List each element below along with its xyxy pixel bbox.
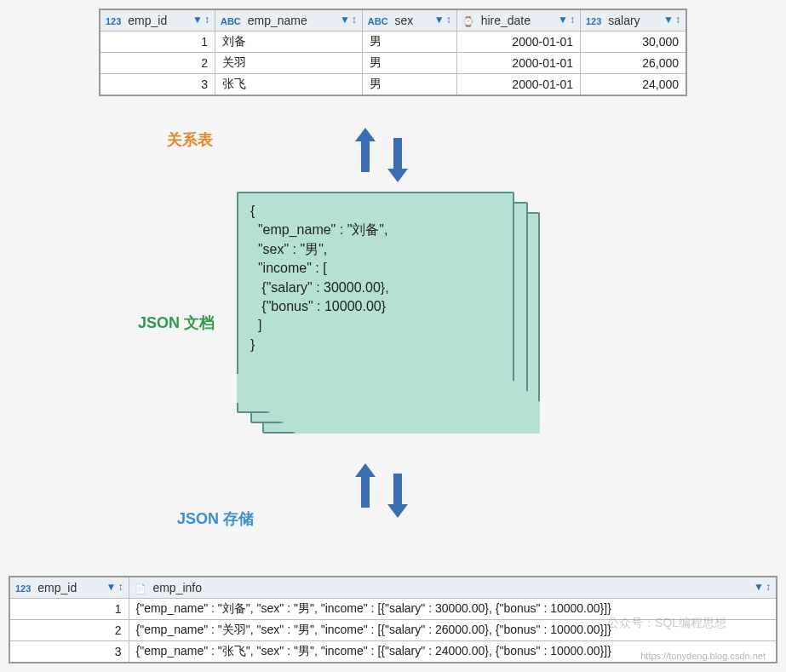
cell-sex: 男 — [362, 53, 456, 74]
cell-emp-id: 2 — [100, 53, 215, 74]
col-emp-id[interactable]: 123 emp_id ▼↕ — [9, 577, 129, 599]
cell-hire-date: 2000-01-01 — [456, 53, 580, 74]
json-document-text: { "emp_name" : "刘备", "sex" : "男", "incom… — [238, 193, 513, 363]
cell-salary: 26,000 — [580, 53, 686, 74]
col-label: sex — [395, 14, 414, 27]
sort-icon[interactable]: ↕ — [766, 581, 771, 593]
filter-icon[interactable]: ▼ — [663, 14, 674, 26]
arrow-up-icon — [358, 463, 373, 518]
col-label: emp_id — [128, 14, 167, 27]
col-label: emp_info — [152, 581, 202, 594]
col-label: hire_date — [481, 14, 531, 27]
table-row[interactable]: 3 张飞 男 2000-01-01 24,000 — [100, 74, 686, 96]
type-json-icon: 📄 — [135, 583, 146, 594]
json-document-stack: { "emp_name" : "刘备", "sex" : "男", "incom… — [237, 192, 543, 447]
sort-icon[interactable]: ↕ — [204, 14, 209, 26]
filter-icon[interactable]: ▼ — [192, 14, 203, 26]
relational-table-wrapper: 123 emp_id ▼↕ ABC emp_name ▼↕ ABC sex ▼↕… — [99, 9, 687, 96]
cell-emp-id: 1 — [9, 599, 129, 620]
arrows-top — [358, 128, 405, 182]
cell-sex: 男 — [362, 32, 456, 53]
col-salary[interactable]: 123 salary ▼↕ — [580, 9, 686, 32]
col-label: emp_id — [37, 581, 77, 594]
col-emp-id[interactable]: 123 emp_id ▼↕ — [100, 9, 215, 32]
arrow-down-icon — [390, 463, 405, 518]
table-header-row: 123 emp_id ▼↕ ABC emp_name ▼↕ ABC sex ▼↕… — [100, 9, 686, 32]
arrow-up-icon — [358, 128, 373, 182]
table-row[interactable]: 1 刘备 男 2000-01-01 30,000 — [100, 32, 686, 53]
filter-icon[interactable]: ▼ — [106, 581, 117, 593]
relational-table: 123 emp_id ▼↕ ABC emp_name ▼↕ ABC sex ▼↕… — [99, 9, 687, 96]
json-storage-table-wrapper: 123 emp_id ▼↕ 📄 emp_info ▼↕ 1 {"emp_name… — [9, 576, 777, 663]
sort-icon[interactable]: ↕ — [446, 14, 451, 26]
type-text-icon: ABC — [368, 16, 388, 26]
cell-emp-id: 2 — [9, 620, 129, 641]
cell-emp-name: 关羽 — [215, 53, 362, 74]
table-header-row: 123 emp_id ▼↕ 📄 emp_info ▼↕ — [9, 577, 777, 599]
sort-icon[interactable]: ↕ — [675, 14, 680, 26]
sort-icon[interactable]: ↕ — [118, 581, 123, 593]
filter-icon[interactable]: ▼ — [754, 581, 764, 593]
col-sex[interactable]: ABC sex ▼↕ — [362, 9, 456, 32]
filter-icon[interactable]: ▼ — [340, 14, 350, 26]
col-label: salary — [608, 14, 640, 27]
cell-emp-name: 张飞 — [215, 74, 362, 96]
sort-icon[interactable]: ↕ — [352, 14, 357, 26]
arrow-down-icon — [390, 128, 405, 182]
watermark-source: 公众号：SQL编程思想 — [607, 616, 726, 631]
col-emp-name[interactable]: ABC emp_name ▼↕ — [215, 9, 362, 32]
arrows-bottom — [358, 463, 405, 518]
table-row[interactable]: 2 关羽 男 2000-01-01 26,000 — [100, 53, 686, 74]
sort-icon[interactable]: ↕ — [570, 14, 575, 26]
filter-icon[interactable]: ▼ — [558, 14, 568, 26]
document-sheet-front: { "emp_name" : "刘备", "sex" : "男", "incom… — [237, 192, 514, 413]
cell-sex: 男 — [362, 74, 456, 96]
type-date-icon: ⌚ — [462, 16, 474, 26]
cell-emp-name: 刘备 — [215, 32, 362, 53]
cell-hire-date: 2000-01-01 — [456, 32, 580, 53]
label-json-storage: JSON 存储 — [177, 508, 254, 529]
col-emp-info[interactable]: 📄 emp_info ▼↕ — [129, 577, 777, 599]
type-number-icon: 123 — [586, 16, 601, 26]
type-number-icon: 123 — [106, 16, 121, 26]
cell-hire-date: 2000-01-01 — [456, 74, 580, 96]
label-json-document: JSON 文档 — [138, 313, 215, 333]
cell-salary: 24,000 — [580, 74, 686, 96]
type-text-icon: ABC — [221, 16, 241, 26]
filter-icon[interactable]: ▼ — [434, 14, 445, 26]
label-relational-table: 关系表 — [167, 129, 213, 150]
cell-emp-id: 1 — [100, 32, 215, 53]
col-label: emp_name — [248, 14, 307, 27]
type-number-icon: 123 — [15, 583, 31, 594]
cell-emp-id: 3 — [9, 641, 129, 663]
cell-salary: 30,000 — [580, 32, 686, 53]
col-hire-date[interactable]: ⌚ hire_date ▼↕ — [456, 9, 580, 32]
cell-emp-id: 3 — [100, 74, 215, 96]
watermark-url: https://tonydeng.blog.csdn.net — [640, 651, 766, 661]
